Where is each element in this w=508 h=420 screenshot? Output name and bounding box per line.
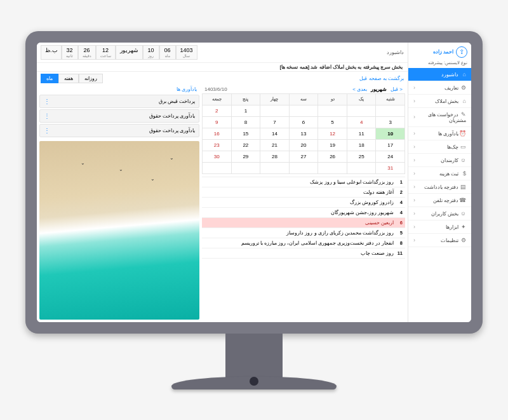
nav-item[interactable]: ☎ دفترچه تلفن‹ xyxy=(408,194,471,207)
cal-day[interactable]: 18 xyxy=(347,140,376,151)
nav-item[interactable]: $ ثبت هزینه‹ xyxy=(408,167,471,180)
cal-day[interactable]: 12 xyxy=(318,128,347,140)
cal-prev[interactable]: < قبل xyxy=(391,86,403,92)
sidebar: ⇪ احمد زاده نوع لایسنس: پیشرفته ⌂ داشبور… xyxy=(408,43,471,322)
cal-day[interactable]: 7 xyxy=(260,117,289,128)
cal-day[interactable]: 2 xyxy=(202,105,231,117)
cal-day[interactable]: 28 xyxy=(260,151,289,163)
cal-day[interactable]: 26 xyxy=(318,151,347,163)
cal-day[interactable]: 9 xyxy=(202,117,231,128)
nav: ⌂ داشبورد⚙ تعاریف‹⌂ بخش املاک‹✎ درخواست … xyxy=(408,68,471,322)
cal-day[interactable]: 17 xyxy=(375,140,404,151)
cal-day xyxy=(289,163,318,174)
nav-item[interactable]: ⌂ بخش املاک‹ xyxy=(408,95,471,108)
nav-icon: ⚙ xyxy=(460,237,466,243)
cal-dow: سه xyxy=(289,94,318,105)
cal-day[interactable]: 1 xyxy=(231,105,260,117)
cal-dow: یک xyxy=(347,94,376,105)
chevron-left-icon: ‹ xyxy=(413,237,415,243)
nav-icon: ⏰ xyxy=(460,130,466,137)
chevron-left-icon: ‹ xyxy=(413,224,415,230)
cal-day[interactable]: 13 xyxy=(289,128,318,140)
cal-day[interactable]: 21 xyxy=(260,140,289,151)
nav-item[interactable]: ☺ کارمندان‹ xyxy=(408,154,471,167)
tab-month[interactable]: ماه xyxy=(41,74,58,83)
nav-icon: ⌂ xyxy=(460,71,466,78)
nav-item[interactable]: ☺ بخش کاربران‹ xyxy=(408,207,471,220)
cal-day[interactable]: 10 xyxy=(375,128,404,140)
nav-item[interactable]: ⌂ داشبورد xyxy=(408,68,471,81)
cal-next[interactable]: بعدی > xyxy=(352,86,367,92)
kebab-icon[interactable]: ⋮ xyxy=(44,127,50,134)
chevron-left-icon: ‹ xyxy=(413,210,415,217)
cal-day[interactable]: 29 xyxy=(231,151,260,163)
chevron-left-icon: ‹ xyxy=(413,114,415,120)
reminder-item[interactable]: پرداخت قبض برق⋮ xyxy=(39,95,199,108)
nav-icon: ⚙ xyxy=(460,85,466,91)
tab-day[interactable]: روزانه xyxy=(79,74,103,83)
nav-item[interactable]: ✎ درخواست های مشتریان‹ xyxy=(408,108,471,127)
cal-day[interactable]: 8 xyxy=(231,117,260,128)
chevron-left-icon: ‹ xyxy=(413,85,415,91)
nav-item[interactable]: ▭ چک‌ها‹ xyxy=(408,140,471,154)
nav-item[interactable]: ▤ دفترچه یادداشت‹ xyxy=(408,180,471,194)
cal-day xyxy=(260,163,289,174)
cal-dow: شنبه xyxy=(375,94,404,105)
nav-item[interactable]: ⚙ تعاریف‹ xyxy=(408,81,471,95)
cal-day xyxy=(231,163,260,174)
cal-day[interactable]: 6 xyxy=(289,117,318,128)
cal-day[interactable]: 24 xyxy=(375,151,404,163)
nav-icon: ▤ xyxy=(460,184,466,190)
nav-item[interactable]: ✦ ابزارها‹ xyxy=(408,220,471,234)
nav-icon: $ xyxy=(460,170,466,177)
cal-dow: جمعه xyxy=(202,94,231,105)
event-row: 2آغاز هفته دولت xyxy=(202,187,405,198)
cal-day[interactable]: 14 xyxy=(260,128,289,140)
reminders-list: پرداخت قبض برق⋮یادآوری پرداخت حقوق⋮یادآو… xyxy=(39,93,199,139)
tab-week[interactable]: هفته xyxy=(58,74,79,83)
kebab-icon[interactable]: ⋮ xyxy=(44,98,50,105)
cal-day[interactable]: 27 xyxy=(289,151,318,163)
reminder-item[interactable]: یادآوری پرداخت حقوق⋮ xyxy=(39,124,199,137)
cal-day[interactable]: 19 xyxy=(318,140,347,151)
cal-day[interactable]: 30 xyxy=(202,151,231,163)
license: نوع لایسنس: پیشرفته xyxy=(408,60,471,68)
reminder-item[interactable]: یادآوری پرداخت حقوق⋮ xyxy=(39,109,199,123)
event-row: 5روز بزرگداشت محمدبن زکریای رازی و روز د… xyxy=(202,228,405,238)
cal-day[interactable]: 4 xyxy=(347,117,376,128)
cal-day[interactable]: 16 xyxy=(202,128,231,140)
events-list: 1روز بزرگداشت ابوعلی سینا و روز پزشک2آغا… xyxy=(202,177,405,320)
nav-icon: ✦ xyxy=(460,224,466,230)
nav-icon: ⌂ xyxy=(460,98,466,104)
cal-day[interactable]: 20 xyxy=(289,140,318,151)
nav-icon: ☺ xyxy=(460,157,466,163)
cal-day[interactable]: 11 xyxy=(347,128,376,140)
event-row: 4شهریور روز،جشن شهریورگان xyxy=(202,208,405,218)
nav-item[interactable]: ⚙ تنظیمات‹ xyxy=(408,234,471,247)
cal-day[interactable]: 23 xyxy=(202,140,231,151)
chevron-left-icon: ‹ xyxy=(413,157,415,163)
cal-day[interactable]: 3 xyxy=(375,117,404,128)
wallpaper: ⌄ ⌄ ⌄ ⌄ xyxy=(39,141,199,320)
calendar-grid: شنبهیکدوسهچهارپنججمعه1234567891011121314… xyxy=(202,93,405,174)
nav-item[interactable]: ⏰ یادآوری ها‹ xyxy=(408,127,471,140)
datetime: ب.ظ 32ثانیه 26دقیقه 12ساعت شهریور 10روز … xyxy=(41,45,197,60)
cal-day[interactable]: 25 xyxy=(347,151,376,163)
event-row: 11روز صنعت چاپ xyxy=(202,248,405,259)
cal-dow: پنج xyxy=(231,94,260,105)
cal-day xyxy=(347,163,376,174)
event-row: 6اربعین حسینی xyxy=(202,218,405,228)
cal-day xyxy=(289,105,318,117)
nav-icon: ☺ xyxy=(460,210,466,217)
reminders-tab[interactable]: یادآوری ها xyxy=(177,86,197,92)
cal-day[interactable]: 15 xyxy=(231,128,260,140)
event-row: 1روز بزرگداشت ابوعلی سینا و روز پزشک xyxy=(202,177,405,187)
cal-day[interactable]: 31 xyxy=(375,163,404,174)
logo-icon: ⇪ xyxy=(456,46,467,58)
chevron-left-icon: ‹ xyxy=(413,197,415,203)
cal-day[interactable]: 22 xyxy=(231,140,260,151)
cal-day xyxy=(318,163,347,174)
back-link[interactable]: برگشت به صفحه قبل xyxy=(359,76,404,81)
kebab-icon[interactable]: ⋮ xyxy=(44,112,50,119)
cal-day[interactable]: 5 xyxy=(318,117,347,128)
